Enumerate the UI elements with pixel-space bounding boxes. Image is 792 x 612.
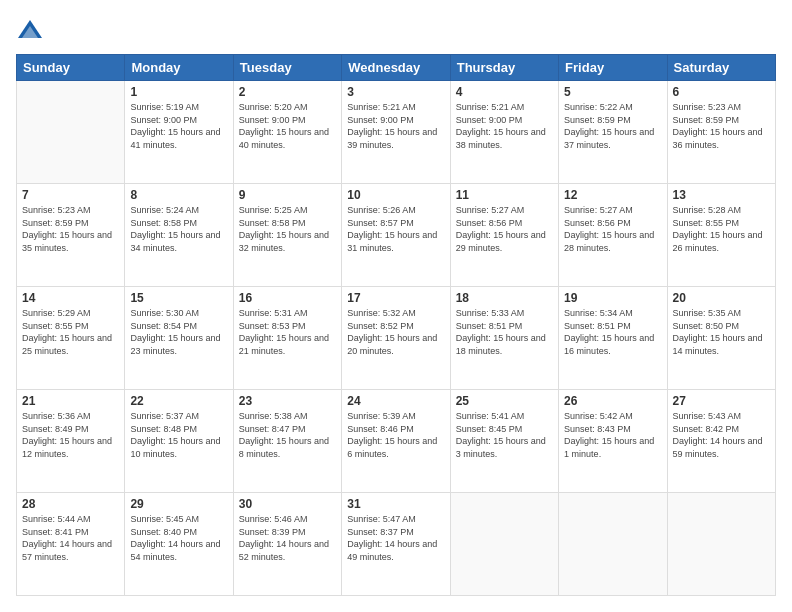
calendar-cell: 25 Sunrise: 5:41 AM Sunset: 8:45 PM Dayl… bbox=[450, 390, 558, 493]
calendar-cell: 10 Sunrise: 5:26 AM Sunset: 8:57 PM Dayl… bbox=[342, 184, 450, 287]
logo bbox=[16, 16, 48, 44]
calendar-cell bbox=[667, 493, 775, 596]
cell-info: Sunrise: 5:32 AM Sunset: 8:52 PM Dayligh… bbox=[347, 307, 444, 357]
day-number: 5 bbox=[564, 85, 661, 99]
cell-info: Sunrise: 5:38 AM Sunset: 8:47 PM Dayligh… bbox=[239, 410, 336, 460]
calendar-cell: 6 Sunrise: 5:23 AM Sunset: 8:59 PM Dayli… bbox=[667, 81, 775, 184]
day-number: 29 bbox=[130, 497, 227, 511]
day-number: 25 bbox=[456, 394, 553, 408]
calendar-cell bbox=[17, 81, 125, 184]
cell-info: Sunrise: 5:26 AM Sunset: 8:57 PM Dayligh… bbox=[347, 204, 444, 254]
calendar-header-row: SundayMondayTuesdayWednesdayThursdayFrid… bbox=[17, 55, 776, 81]
calendar-week-row: 21 Sunrise: 5:36 AM Sunset: 8:49 PM Dayl… bbox=[17, 390, 776, 493]
calendar-cell: 4 Sunrise: 5:21 AM Sunset: 9:00 PM Dayli… bbox=[450, 81, 558, 184]
day-number: 16 bbox=[239, 291, 336, 305]
day-number: 30 bbox=[239, 497, 336, 511]
cell-info: Sunrise: 5:19 AM Sunset: 9:00 PM Dayligh… bbox=[130, 101, 227, 151]
day-number: 19 bbox=[564, 291, 661, 305]
cell-info: Sunrise: 5:43 AM Sunset: 8:42 PM Dayligh… bbox=[673, 410, 770, 460]
day-number: 27 bbox=[673, 394, 770, 408]
cell-info: Sunrise: 5:45 AM Sunset: 8:40 PM Dayligh… bbox=[130, 513, 227, 563]
day-number: 28 bbox=[22, 497, 119, 511]
calendar-cell: 3 Sunrise: 5:21 AM Sunset: 9:00 PM Dayli… bbox=[342, 81, 450, 184]
cell-info: Sunrise: 5:28 AM Sunset: 8:55 PM Dayligh… bbox=[673, 204, 770, 254]
cell-info: Sunrise: 5:20 AM Sunset: 9:00 PM Dayligh… bbox=[239, 101, 336, 151]
cell-info: Sunrise: 5:44 AM Sunset: 8:41 PM Dayligh… bbox=[22, 513, 119, 563]
day-number: 23 bbox=[239, 394, 336, 408]
cell-info: Sunrise: 5:42 AM Sunset: 8:43 PM Dayligh… bbox=[564, 410, 661, 460]
cell-info: Sunrise: 5:23 AM Sunset: 8:59 PM Dayligh… bbox=[673, 101, 770, 151]
day-number: 17 bbox=[347, 291, 444, 305]
calendar-cell: 27 Sunrise: 5:43 AM Sunset: 8:42 PM Dayl… bbox=[667, 390, 775, 493]
day-number: 4 bbox=[456, 85, 553, 99]
cell-info: Sunrise: 5:35 AM Sunset: 8:50 PM Dayligh… bbox=[673, 307, 770, 357]
calendar-week-row: 14 Sunrise: 5:29 AM Sunset: 8:55 PM Dayl… bbox=[17, 287, 776, 390]
cell-info: Sunrise: 5:33 AM Sunset: 8:51 PM Dayligh… bbox=[456, 307, 553, 357]
day-number: 8 bbox=[130, 188, 227, 202]
calendar-cell: 14 Sunrise: 5:29 AM Sunset: 8:55 PM Dayl… bbox=[17, 287, 125, 390]
calendar-cell: 11 Sunrise: 5:27 AM Sunset: 8:56 PM Dayl… bbox=[450, 184, 558, 287]
calendar-cell: 17 Sunrise: 5:32 AM Sunset: 8:52 PM Dayl… bbox=[342, 287, 450, 390]
day-number: 11 bbox=[456, 188, 553, 202]
calendar-cell: 28 Sunrise: 5:44 AM Sunset: 8:41 PM Dayl… bbox=[17, 493, 125, 596]
day-number: 1 bbox=[130, 85, 227, 99]
calendar-cell: 18 Sunrise: 5:33 AM Sunset: 8:51 PM Dayl… bbox=[450, 287, 558, 390]
calendar-cell: 31 Sunrise: 5:47 AM Sunset: 8:37 PM Dayl… bbox=[342, 493, 450, 596]
calendar-cell: 19 Sunrise: 5:34 AM Sunset: 8:51 PM Dayl… bbox=[559, 287, 667, 390]
calendar-cell: 5 Sunrise: 5:22 AM Sunset: 8:59 PM Dayli… bbox=[559, 81, 667, 184]
cell-info: Sunrise: 5:46 AM Sunset: 8:39 PM Dayligh… bbox=[239, 513, 336, 563]
calendar-cell: 2 Sunrise: 5:20 AM Sunset: 9:00 PM Dayli… bbox=[233, 81, 341, 184]
calendar-cell: 12 Sunrise: 5:27 AM Sunset: 8:56 PM Dayl… bbox=[559, 184, 667, 287]
cell-info: Sunrise: 5:27 AM Sunset: 8:56 PM Dayligh… bbox=[456, 204, 553, 254]
calendar-cell: 15 Sunrise: 5:30 AM Sunset: 8:54 PM Dayl… bbox=[125, 287, 233, 390]
calendar-cell: 16 Sunrise: 5:31 AM Sunset: 8:53 PM Dayl… bbox=[233, 287, 341, 390]
cell-info: Sunrise: 5:30 AM Sunset: 8:54 PM Dayligh… bbox=[130, 307, 227, 357]
day-number: 6 bbox=[673, 85, 770, 99]
calendar-cell: 9 Sunrise: 5:25 AM Sunset: 8:58 PM Dayli… bbox=[233, 184, 341, 287]
day-number: 26 bbox=[564, 394, 661, 408]
calendar-cell: 29 Sunrise: 5:45 AM Sunset: 8:40 PM Dayl… bbox=[125, 493, 233, 596]
cell-info: Sunrise: 5:47 AM Sunset: 8:37 PM Dayligh… bbox=[347, 513, 444, 563]
day-number: 22 bbox=[130, 394, 227, 408]
day-number: 13 bbox=[673, 188, 770, 202]
cell-info: Sunrise: 5:34 AM Sunset: 8:51 PM Dayligh… bbox=[564, 307, 661, 357]
day-number: 18 bbox=[456, 291, 553, 305]
calendar-day-header: Sunday bbox=[17, 55, 125, 81]
cell-info: Sunrise: 5:29 AM Sunset: 8:55 PM Dayligh… bbox=[22, 307, 119, 357]
calendar-cell: 21 Sunrise: 5:36 AM Sunset: 8:49 PM Dayl… bbox=[17, 390, 125, 493]
day-number: 21 bbox=[22, 394, 119, 408]
calendar-cell: 20 Sunrise: 5:35 AM Sunset: 8:50 PM Dayl… bbox=[667, 287, 775, 390]
logo-icon bbox=[16, 16, 44, 44]
calendar-cell: 30 Sunrise: 5:46 AM Sunset: 8:39 PM Dayl… bbox=[233, 493, 341, 596]
day-number: 7 bbox=[22, 188, 119, 202]
day-number: 12 bbox=[564, 188, 661, 202]
cell-info: Sunrise: 5:23 AM Sunset: 8:59 PM Dayligh… bbox=[22, 204, 119, 254]
header bbox=[16, 16, 776, 44]
calendar-cell: 8 Sunrise: 5:24 AM Sunset: 8:58 PM Dayli… bbox=[125, 184, 233, 287]
calendar-cell: 23 Sunrise: 5:38 AM Sunset: 8:47 PM Dayl… bbox=[233, 390, 341, 493]
page: SundayMondayTuesdayWednesdayThursdayFrid… bbox=[0, 0, 792, 612]
calendar-cell: 22 Sunrise: 5:37 AM Sunset: 8:48 PM Dayl… bbox=[125, 390, 233, 493]
calendar-day-header: Tuesday bbox=[233, 55, 341, 81]
calendar-cell: 24 Sunrise: 5:39 AM Sunset: 8:46 PM Dayl… bbox=[342, 390, 450, 493]
cell-info: Sunrise: 5:21 AM Sunset: 9:00 PM Dayligh… bbox=[456, 101, 553, 151]
calendar-cell: 26 Sunrise: 5:42 AM Sunset: 8:43 PM Dayl… bbox=[559, 390, 667, 493]
cell-info: Sunrise: 5:27 AM Sunset: 8:56 PM Dayligh… bbox=[564, 204, 661, 254]
cell-info: Sunrise: 5:24 AM Sunset: 8:58 PM Dayligh… bbox=[130, 204, 227, 254]
calendar-cell: 1 Sunrise: 5:19 AM Sunset: 9:00 PM Dayli… bbox=[125, 81, 233, 184]
day-number: 15 bbox=[130, 291, 227, 305]
day-number: 10 bbox=[347, 188, 444, 202]
cell-info: Sunrise: 5:36 AM Sunset: 8:49 PM Dayligh… bbox=[22, 410, 119, 460]
calendar-table: SundayMondayTuesdayWednesdayThursdayFrid… bbox=[16, 54, 776, 596]
day-number: 3 bbox=[347, 85, 444, 99]
day-number: 24 bbox=[347, 394, 444, 408]
calendar-week-row: 28 Sunrise: 5:44 AM Sunset: 8:41 PM Dayl… bbox=[17, 493, 776, 596]
calendar-week-row: 7 Sunrise: 5:23 AM Sunset: 8:59 PM Dayli… bbox=[17, 184, 776, 287]
calendar-day-header: Saturday bbox=[667, 55, 775, 81]
calendar-week-row: 1 Sunrise: 5:19 AM Sunset: 9:00 PM Dayli… bbox=[17, 81, 776, 184]
calendar-cell: 7 Sunrise: 5:23 AM Sunset: 8:59 PM Dayli… bbox=[17, 184, 125, 287]
day-number: 2 bbox=[239, 85, 336, 99]
calendar-cell: 13 Sunrise: 5:28 AM Sunset: 8:55 PM Dayl… bbox=[667, 184, 775, 287]
day-number: 9 bbox=[239, 188, 336, 202]
day-number: 20 bbox=[673, 291, 770, 305]
